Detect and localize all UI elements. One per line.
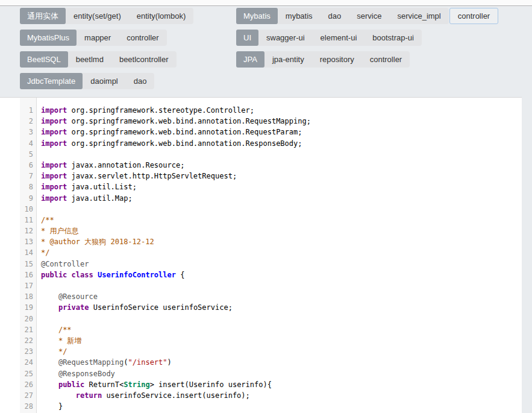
tab-mapper[interactable]: mapper — [77, 30, 119, 46]
tab-entity-lombok-[interactable]: entity(lombok) — [129, 8, 194, 24]
token-keyword: import — [41, 117, 67, 125]
token-plain — [41, 336, 58, 345]
token-comment: */ — [58, 347, 67, 356]
tab-dao[interactable]: dao — [126, 73, 155, 89]
line-number-28: 28 — [23, 401, 33, 412]
token-comment: /** — [41, 216, 54, 224]
line-number-15: 15 — [23, 259, 33, 270]
code-line-9: import java.util.Map; — [41, 193, 522, 204]
code-line-18: @Resource — [41, 291, 522, 302]
line-number-7: 7 — [23, 171, 33, 181]
line-number-gutter: 1234567891011121314151617181920212223242… — [20, 98, 37, 413]
line-number-25: 25 — [23, 368, 33, 379]
token-comment: * 新增 — [58, 336, 81, 345]
tab-element-ui[interactable]: element-ui — [313, 30, 365, 46]
line-number-21: 21 — [23, 324, 33, 335]
line-number-2: 2 — [23, 116, 33, 127]
code-line-26: public ReturnT<String> insert(Userinfo u… — [41, 379, 522, 390]
template-group-mybatis: Mybatismybatisdaoserviceservice_implcont… — [236, 8, 498, 24]
token-plain: java.util.Map; — [67, 194, 132, 203]
group-pill-jdbctemplate: JdbcTemplatedaoimpldao — [20, 73, 154, 89]
token-keyword: return — [76, 391, 102, 400]
token-class-definition: UserinfoController — [98, 271, 176, 279]
tab-controller[interactable]: controller — [119, 30, 166, 46]
token-plain: ( — [124, 358, 128, 367]
group-pill-mybatis: Mybatismybatisdaoserviceservice_impl — [236, 8, 449, 24]
token-plain: org.springframework.web.bind.annotation.… — [67, 117, 311, 125]
line-number-8: 8 — [23, 181, 33, 192]
toolbar-left-column: 通用实体entity(set/get)entity(lombok)Mybatis… — [20, 8, 193, 89]
code-line-14: */ — [41, 247, 522, 258]
group-pill-jpa: JPAjpa-entityrepositorycontroller — [236, 51, 410, 68]
code-line-5 — [41, 149, 522, 160]
tab-swagger-ui[interactable]: swagger-ui — [258, 30, 313, 46]
token-plain: java.util.List; — [67, 183, 137, 191]
line-number-19: 19 — [23, 302, 33, 313]
right-gutter-strip — [522, 97, 532, 413]
tab-entity-set-get-[interactable]: entity(set/get) — [66, 8, 129, 24]
token-plain: ) — [167, 358, 172, 367]
token-plain — [41, 292, 58, 301]
tab-dao[interactable]: dao — [321, 8, 349, 24]
tab-mybatis[interactable]: mybatis — [278, 8, 321, 24]
code-line-19: private UserinfoService userinfoService; — [41, 302, 522, 313]
code-line-20 — [41, 314, 522, 324]
token-keyword: class — [72, 271, 93, 279]
token-plain — [67, 271, 71, 279]
token-comment: /** — [58, 326, 72, 334]
tab-service-impl[interactable]: service_impl — [389, 8, 448, 24]
token-keyword: import — [41, 161, 67, 169]
token-keyword: import — [41, 194, 67, 203]
code-editor[interactable]: 1234567891011121314151617181920212223242… — [0, 97, 522, 413]
tab-daoimpl[interactable]: daoimpl — [83, 73, 126, 89]
token-keyword: public — [41, 271, 67, 279]
tab-beetlcontroller[interactable]: beetlcontroller — [111, 51, 177, 68]
token-plain — [41, 380, 58, 389]
tab-repository[interactable]: repository — [312, 51, 362, 68]
template-group-jpa: JPAjpa-entityrepositorycontroller — [236, 51, 410, 68]
token-annotation: @Controller — [41, 260, 89, 268]
code-line-1: import org.springframework.stereotype.Co… — [41, 105, 522, 116]
token-plain — [93, 271, 98, 279]
token-keyword: import — [41, 183, 67, 191]
tab-jpa-entity[interactable]: jpa-entity — [264, 51, 312, 68]
code-line-13: * @author 大狼狗 2018-12-12 — [41, 236, 522, 247]
browser-top-strip — [0, 0, 532, 6]
line-number-26: 26 — [23, 379, 33, 390]
group-pill-mybatisplus: MybatisPlusmappercontroller — [20, 30, 167, 46]
line-number-6: 6 — [23, 160, 33, 171]
tab-service[interactable]: service — [349, 8, 389, 24]
token-plain — [41, 358, 58, 367]
token-plain: javax.annotation.Resource; — [67, 161, 184, 169]
token-string: "/insert" — [128, 358, 167, 367]
line-number-20: 20 — [23, 314, 33, 324]
code-line-11: /** — [41, 215, 522, 225]
code-line-12: * 用户信息 — [41, 225, 522, 236]
template-group-jdbctemplate: JdbcTemplatedaoimpldao — [20, 73, 154, 89]
code-line-10 — [41, 204, 522, 215]
code-line-3: import org.springframework.web.bind.anno… — [41, 127, 522, 137]
template-group-beetlsql: BeetlSQLbeetlmdbeetlcontroller — [20, 51, 177, 68]
token-plain: org.springframework.web.bind.annotation.… — [67, 128, 302, 136]
line-number-4: 4 — [23, 138, 33, 149]
line-number-1: 1 — [23, 105, 33, 116]
line-number-17: 17 — [23, 280, 33, 291]
tab-beetlmd[interactable]: beetlmd — [68, 51, 111, 68]
line-number-27: 27 — [23, 390, 33, 401]
token-comment: * @author 大狼狗 2018-12-12 — [41, 238, 154, 246]
tab-controller[interactable]: controller — [449, 8, 498, 24]
token-annotation: @Resource — [58, 292, 98, 301]
token-builtin-type: String — [124, 380, 149, 389]
line-number-10: 10 — [23, 204, 33, 215]
code-line-27: return userinfoService.insert(userinfo); — [41, 390, 522, 401]
token-plain: { — [176, 271, 184, 279]
group-label-jpa: JPA — [236, 51, 264, 68]
code-line-21: /** — [41, 324, 522, 335]
group-label-mybatisplus: MybatisPlus — [20, 30, 77, 46]
tab-bootstrap-ui[interactable]: bootstrap-ui — [365, 30, 422, 46]
token-plain: org.springframework.stereotype.Controlle… — [67, 106, 254, 115]
code-line-15: @Controller — [41, 259, 522, 270]
toolbar-right-column: Mybatismybatisdaoserviceservice_implcont… — [236, 8, 498, 68]
tab-controller[interactable]: controller — [362, 51, 410, 68]
line-number-18: 18 — [23, 291, 33, 302]
